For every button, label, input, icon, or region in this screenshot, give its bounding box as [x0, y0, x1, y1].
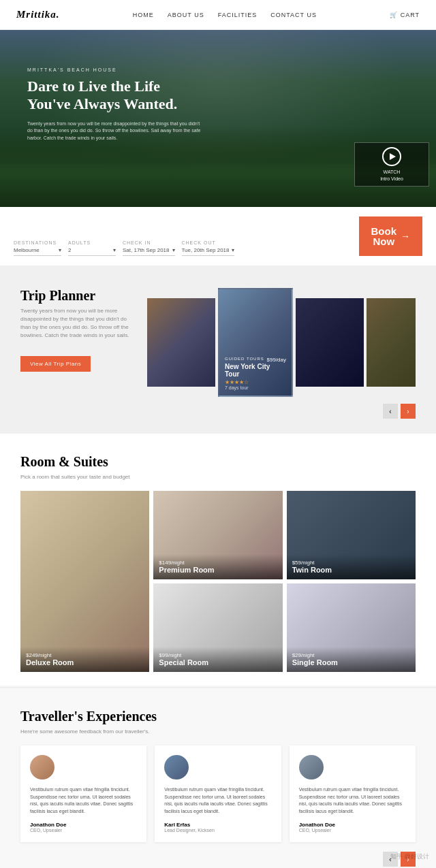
experience-card-1: Vestibulum rutrum quam vitae fringilla t… [20, 745, 146, 842]
trip-planner-section: Trip Planner Twenty years from now you w… [0, 268, 436, 432]
nav-home[interactable]: HOME [133, 12, 154, 18]
exp-prev-button[interactable]: ‹ [383, 852, 398, 867]
rooms-grid: $249/night Deluxe Room $149/night Premiu… [20, 491, 416, 672]
nav-about[interactable]: ABOUT US [168, 12, 204, 18]
checkin-field: CHECK IN Sat, 17th Sep 2018 ▾ [123, 240, 175, 256]
room-label-special: $99/night Special Room [153, 647, 282, 672]
experiences-section: Traveller's Experiences Here're some awe… [0, 688, 436, 868]
tour-duration: 7 days tour [225, 385, 286, 390]
nav-cart[interactable]: 🛒 CART [390, 12, 420, 18]
avatar-3 [299, 755, 324, 779]
trip-next-button[interactable]: › [401, 404, 416, 419]
chevron-down-icon: ▾ [59, 247, 61, 253]
experience-navigation: ‹ › [20, 852, 416, 867]
reviewer-role-1: CEO, Upsealer [30, 828, 137, 833]
tour-tag: GUIDED TOURS [225, 357, 264, 363]
city-card-3[interactable] [296, 298, 364, 387]
hero-video-widget[interactable]: WATCH Intro Video [354, 142, 429, 187]
checkout-field: CHECK OUT Tue, 20th Sep 2018 ▾ [182, 240, 235, 256]
checkout-label: CHECK OUT [182, 240, 235, 245]
experience-card-2: Vestibulum rutrum quam vitae fringilla t… [155, 745, 281, 842]
experience-cards: Vestibulum rutrum quam vitae fringilla t… [20, 745, 416, 842]
avatar-2 [164, 755, 189, 779]
room-card-deluxe[interactable]: $249/night Deluxe Room [20, 491, 149, 672]
adults-field: ADULTS 2 ▾ [68, 240, 116, 256]
experience-text-2: Vestibulum rutrum quam vitae fringilla t… [164, 786, 271, 815]
reviewer-role-2: Lead Designer, Kicksen [164, 828, 271, 833]
tour-name: New York City Tour [225, 363, 286, 378]
experiences-subtitle: Here're some awesome feedback from our t… [20, 728, 225, 736]
navbar: Mrittika. HOME ABOUT US FACILITIES CONTA… [0, 0, 436, 30]
reviewer-name-2: Karl Erfas [164, 822, 271, 828]
avatar-1 [30, 755, 54, 779]
exp-next-button[interactable]: › [401, 852, 416, 867]
hero-description: Twenty years from now you will be more d… [27, 120, 204, 142]
trip-planner-title: Trip Planner [20, 288, 136, 304]
nav-contact[interactable]: CONTACT US [270, 12, 317, 18]
chevron-down-icon: ▾ [232, 247, 234, 253]
adults-select[interactable]: 2 ▾ [68, 247, 116, 256]
tour-price: $99/day [267, 357, 286, 363]
room-card-single[interactable]: $29/night Single Room [287, 583, 416, 672]
hero-badge: MRITTKA'S BEACH HOUSE [27, 67, 204, 72]
trip-planner-text: Trip Planner Twenty years from now you w… [20, 288, 136, 372]
play-triangle-icon [390, 153, 396, 160]
book-now-button[interactable]: BookNow → [359, 216, 423, 256]
tour-stars: ★★★★☆ [225, 379, 286, 385]
trip-prev-button[interactable]: ‹ [383, 404, 398, 419]
reviewer-name-1: Jonathon Doe [30, 822, 137, 828]
experiences-title: Traveller's Experiences [20, 709, 416, 724]
video-label: WATCH Intro Video [380, 169, 403, 181]
chevron-down-icon: ▾ [113, 247, 116, 253]
destination-field: DESTINATIONS Melbourne ▾ [14, 240, 61, 256]
city-card-1[interactable] [147, 298, 215, 387]
city-card-2[interactable]: GUIDED TOURS $99/day New York City Tour … [218, 288, 293, 397]
booking-bar: DESTINATIONS Melbourne ▾ ADULTS 2 ▾ CHEC… [0, 207, 436, 266]
destination-select[interactable]: Melbourne ▾ [14, 247, 61, 256]
room-label-deluxe: $249/night Deluxe Room [20, 647, 149, 672]
room-card-premium[interactable]: $149/night Premium Room [153, 491, 282, 579]
city-card-4[interactable] [367, 298, 416, 387]
featured-tour-info: GUIDED TOURS $99/day New York City Tour … [219, 351, 292, 396]
reviewer-name-3: Jonathon Doe [299, 822, 406, 828]
adults-label: ADULTS [68, 240, 116, 245]
room-image-deluxe [20, 491, 149, 672]
room-label-single: $29/night Single Room [287, 647, 416, 672]
nav-facilities[interactable]: FACILITIES [218, 12, 258, 18]
reviewer-role-3: CEO, Upsealer [299, 828, 406, 833]
checkout-select[interactable]: Tue, 20th Sep 2018 ▾ [182, 247, 235, 256]
checkin-select[interactable]: Sat, 17th Sep 2018 ▾ [123, 247, 175, 256]
room-card-twin[interactable]: $59/night Twin Room [287, 491, 416, 579]
chevron-down-icon: ▾ [172, 247, 175, 253]
hero-content: MRITTKA'S BEACH HOUSE Dare to Live the L… [27, 67, 204, 142]
arrow-right-icon: → [401, 231, 410, 241]
checkin-label: CHECK IN [123, 240, 175, 245]
hero-section: MRITTKA'S BEACH HOUSE Dare to Live the L… [0, 30, 436, 207]
room-card-special[interactable]: $99/night Special Room [153, 583, 282, 672]
room-label-twin: $59/night Twin Room [287, 554, 416, 579]
hero-title: Dare to Live the Life You've Always Want… [27, 78, 204, 114]
experience-card-3: Vestibulum rutrum quam vitae fringilla t… [290, 745, 416, 842]
view-all-trips-button[interactable]: View All Trip Plans [20, 356, 91, 372]
nav-links: HOME ABOUT US FACILITIES CONTACT US [133, 12, 317, 18]
rooms-section: Room & Suites Pick a room that suites yo… [0, 434, 436, 686]
experience-text-1: Vestibulum rutrum quam vitae fringilla t… [30, 786, 137, 815]
video-play-button[interactable] [382, 147, 401, 166]
rooms-title: Room & Suites [20, 454, 416, 470]
nav-logo[interactable]: Mrittika. [16, 9, 60, 20]
room-label-premium: $149/night Premium Room [153, 554, 282, 579]
destination-label: DESTINATIONS [14, 240, 61, 245]
rooms-subtitle: Pick a room that suites your taste and b… [20, 473, 225, 481]
experience-text-3: Vestibulum rutrum quam vitae fringilla t… [299, 786, 406, 815]
trip-planner-desc: Twenty years from now you will be more d… [20, 307, 136, 340]
trip-navigation: ‹ › [0, 397, 436, 419]
